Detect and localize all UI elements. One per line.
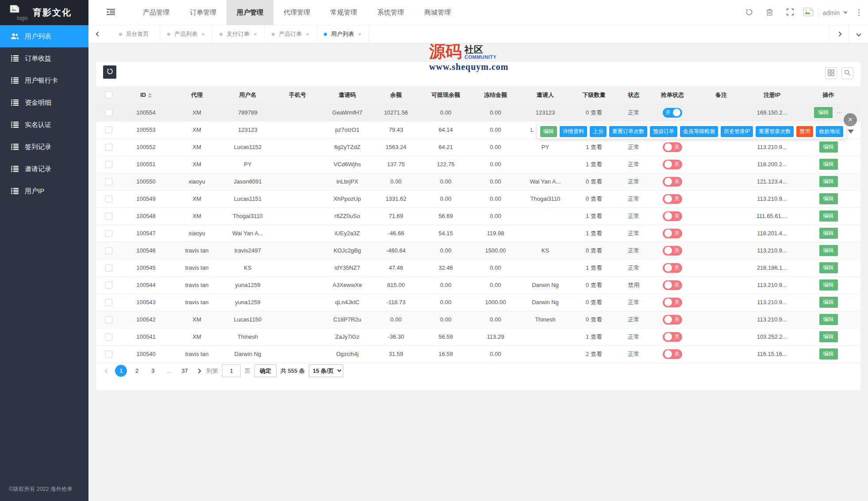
row-checkbox[interactable] — [105, 195, 112, 203]
popup-action-button[interactable]: 重置登录次数 — [756, 126, 794, 137]
popup-action-button[interactable]: 重置订单次数 — [609, 126, 647, 137]
sidebar-item[interactable]: 用户IP — [0, 180, 88, 202]
page-number[interactable]: 3 — [147, 365, 159, 377]
tab-close-icon[interactable]: × — [306, 31, 309, 37]
page-number[interactable]: 1 — [115, 365, 127, 377]
edit-button[interactable]: 编辑 — [819, 245, 838, 256]
tab-close-icon[interactable]: × — [253, 31, 257, 37]
sidebar-item[interactable]: 签到记录 — [0, 136, 88, 158]
grab-status-toggle[interactable]: 关 — [663, 194, 682, 204]
view-subordinates-link[interactable]: 查看 — [591, 264, 602, 271]
per-page-select[interactable]: 15 条/页 — [309, 364, 343, 377]
page-jump-input[interactable] — [222, 364, 241, 377]
page-tab[interactable]: 产品订单 × — [265, 25, 317, 43]
row-checkbox[interactable] — [105, 109, 112, 116]
page-number[interactable]: 37 — [179, 365, 191, 377]
grab-status-toggle[interactable]: 关 — [663, 177, 682, 187]
table-refresh-button[interactable] — [103, 65, 116, 79]
sidebar-item[interactable]: 用户列表 — [0, 25, 88, 47]
tabs-scroll-right-button[interactable] — [829, 25, 849, 43]
fullscreen-button[interactable] — [780, 0, 800, 25]
grab-status-toggle[interactable]: 关 — [663, 211, 682, 221]
page-tab[interactable]: 用户列表 × — [317, 25, 369, 43]
next-page-button[interactable] — [195, 369, 203, 373]
page-tab[interactable]: 后台首页 — [108, 25, 160, 43]
edit-button[interactable]: 编辑 — [819, 262, 838, 273]
row-checkbox[interactable] — [105, 299, 112, 306]
popup-action-button[interactable]: 历史登录IP — [721, 126, 753, 137]
sort-icon[interactable] — [148, 93, 152, 98]
view-subordinates-link[interactable]: 查看 — [591, 247, 602, 254]
view-subordinates-link[interactable]: 查看 — [591, 351, 602, 357]
popup-action-button[interactable]: 详情资料 — [560, 126, 587, 137]
user-avatar[interactable] — [800, 7, 818, 19]
row-checkbox[interactable] — [105, 247, 112, 254]
tab-close-icon[interactable]: × — [358, 31, 361, 37]
top-nav-item[interactable]: 代理管理 — [273, 0, 320, 25]
row-checkbox[interactable] — [105, 213, 112, 220]
top-nav-item[interactable]: 用户管理 — [227, 0, 273, 25]
sidebar-item[interactable]: 邀请记录 — [0, 158, 88, 180]
edit-button[interactable]: 编辑 — [814, 107, 833, 118]
view-subordinates-link[interactable]: 查看 — [591, 109, 602, 116]
view-subordinates-link[interactable]: 查看 — [591, 333, 602, 340]
top-nav-item[interactable]: 常规管理 — [320, 0, 367, 25]
edit-button[interactable]: 编辑 — [819, 348, 838, 359]
view-subordinates-link[interactable]: 查看 — [591, 230, 602, 237]
search-toggle-button[interactable] — [841, 67, 853, 79]
top-nav-item[interactable]: 产品管理 — [133, 0, 180, 25]
clear-cache-button[interactable] — [760, 0, 780, 25]
prev-page-button[interactable] — [103, 369, 111, 373]
grab-status-toggle[interactable]: 关 — [663, 298, 682, 307]
grab-status-toggle[interactable]: 关 — [663, 160, 682, 169]
page-tab[interactable]: 产品列表 × — [160, 25, 212, 43]
popup-action-button[interactable]: 预设订单 — [650, 126, 677, 137]
columns-toggle-button[interactable] — [825, 67, 837, 79]
edit-button[interactable]: 编辑 — [819, 142, 838, 153]
row-checkbox[interactable] — [105, 144, 112, 151]
view-subordinates-link[interactable]: 查看 — [591, 195, 602, 202]
grab-status-toggle[interactable]: 关 — [663, 280, 682, 290]
row-checkbox[interactable] — [105, 161, 112, 168]
popup-action-button[interactable]: 收款地址 — [816, 126, 843, 137]
grab-status-toggle[interactable]: 开 — [663, 108, 682, 118]
row-checkbox[interactable] — [105, 230, 112, 237]
edit-button[interactable]: 编辑 — [819, 176, 838, 187]
row-checkbox[interactable] — [105, 351, 112, 358]
tabs-scroll-left-button[interactable] — [88, 25, 108, 43]
popup-caret-down-icon[interactable] — [848, 130, 854, 134]
row-checkbox[interactable] — [105, 178, 112, 185]
grab-status-toggle[interactable]: 关 — [663, 315, 682, 325]
grab-status-toggle[interactable]: 关 — [663, 229, 682, 238]
view-subordinates-link[interactable]: 查看 — [591, 299, 602, 306]
top-nav-item[interactable]: 订单管理 — [180, 0, 227, 25]
edit-button[interactable]: 编辑 — [819, 279, 838, 291]
sidebar-toggle-button[interactable] — [88, 0, 133, 25]
edit-button[interactable]: 编辑 — [819, 314, 838, 325]
page-tab[interactable]: 支付订单 × — [212, 25, 265, 43]
edit-button[interactable]: 编辑 — [819, 159, 838, 170]
grab-status-toggle[interactable]: 关 — [663, 142, 682, 152]
grab-status-toggle[interactable]: 关 — [663, 349, 682, 359]
sidebar-item[interactable]: 实名认证 — [0, 114, 88, 136]
row-checkbox[interactable] — [105, 316, 112, 323]
view-subordinates-link[interactable]: 查看 — [591, 316, 602, 323]
row-checkbox[interactable] — [105, 264, 112, 272]
popup-action-button[interactable]: 会员等级检测 — [680, 126, 718, 137]
edit-button[interactable]: 编辑 — [819, 228, 838, 239]
edit-button[interactable]: 编辑 — [819, 193, 838, 204]
row-checkbox[interactable] — [105, 282, 112, 289]
view-subordinates-link[interactable]: 查看 — [591, 213, 602, 219]
tabs-menu-button[interactable] — [849, 25, 868, 43]
tab-close-icon[interactable]: × — [201, 31, 205, 37]
popup-action-button[interactable]: 编辑 — [540, 126, 557, 137]
popup-close-button[interactable]: × — [844, 113, 857, 126]
top-nav-item[interactable]: 系统管理 — [367, 0, 414, 25]
page-number[interactable]: 2 — [131, 365, 143, 377]
sidebar-item[interactable]: 订单收益 — [0, 47, 88, 69]
top-nav-item[interactable]: 商城管理 — [414, 0, 461, 25]
grab-status-toggle[interactable]: 关 — [663, 332, 682, 342]
grab-status-toggle[interactable]: 关 — [663, 246, 682, 256]
view-subordinates-link[interactable]: 查看 — [591, 161, 602, 168]
popup-action-button[interactable]: 禁用 — [796, 126, 813, 137]
